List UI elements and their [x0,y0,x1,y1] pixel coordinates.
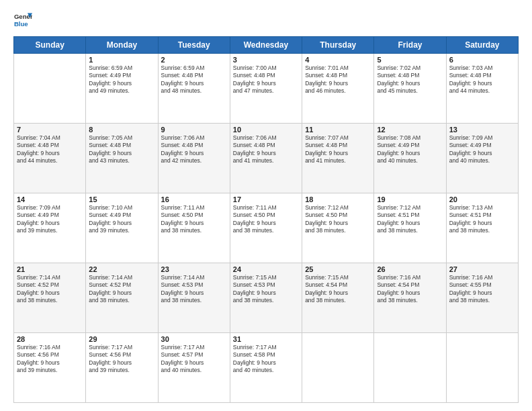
day-number: 17 [233,195,299,203]
cell-info: Sunrise: 7:06 AMSunset: 4:48 PMDaylight:… [233,134,299,165]
calendar-cell: 12Sunrise: 7:08 AMSunset: 4:49 PMDayligh… [374,124,446,193]
day-number: 25 [305,265,371,273]
calendar-cell: 21Sunrise: 7:14 AMSunset: 4:52 PMDayligh… [14,263,86,333]
calendar-cell: 30Sunrise: 7:17 AMSunset: 4:57 PMDayligh… [158,333,230,403]
calendar-cell: 27Sunrise: 7:16 AMSunset: 4:55 PMDayligh… [446,263,518,333]
calendar-cell: 18Sunrise: 7:12 AMSunset: 4:50 PMDayligh… [302,193,374,263]
cell-info: Sunrise: 7:07 AMSunset: 4:48 PMDaylight:… [305,134,371,165]
logo-icon: General Blue [13,11,32,30]
calendar-cell: 10Sunrise: 7:06 AMSunset: 4:48 PMDayligh… [230,124,302,193]
cell-info: Sunrise: 7:14 AMSunset: 4:52 PMDaylight:… [17,274,83,305]
weekday-monday: Monday [86,37,158,54]
cell-info: Sunrise: 7:12 AMSunset: 4:51 PMDaylight:… [377,204,443,235]
day-number: 31 [233,335,299,343]
calendar-cell: 25Sunrise: 7:15 AMSunset: 4:54 PMDayligh… [302,263,374,333]
calendar-cell: 13Sunrise: 7:09 AMSunset: 4:49 PMDayligh… [446,124,518,193]
page: General Blue SundayMondayTuesdayWednesda… [0,0,532,411]
week-row-5: 28Sunrise: 7:16 AMSunset: 4:56 PMDayligh… [14,333,519,403]
day-number: 29 [89,335,154,343]
cell-info: Sunrise: 7:14 AMSunset: 4:53 PMDaylight:… [161,274,227,305]
day-number: 5 [377,56,443,64]
day-number: 18 [305,195,371,203]
cell-info: Sunrise: 7:09 AMSunset: 4:49 PMDaylight:… [449,134,515,165]
calendar-cell: 19Sunrise: 7:12 AMSunset: 4:51 PMDayligh… [374,193,446,263]
calendar-cell: 15Sunrise: 7:10 AMSunset: 4:49 PMDayligh… [86,193,158,263]
calendar-cell: 7Sunrise: 7:04 AMSunset: 4:48 PMDaylight… [14,124,86,193]
calendar-cell: 17Sunrise: 7:11 AMSunset: 4:50 PMDayligh… [230,193,302,263]
day-number: 6 [449,56,515,64]
day-number: 16 [161,195,227,203]
cell-info: Sunrise: 7:06 AMSunset: 4:48 PMDaylight:… [161,134,227,165]
day-number: 11 [305,126,371,134]
cell-info: Sunrise: 7:16 AMSunset: 4:56 PMDaylight:… [17,344,83,375]
header: General Blue [13,11,519,30]
day-number: 26 [377,265,443,273]
svg-text:Blue: Blue [14,20,28,28]
calendar-cell: 16Sunrise: 7:11 AMSunset: 4:50 PMDayligh… [158,193,230,263]
calendar-cell [302,333,374,403]
cell-info: Sunrise: 7:17 AMSunset: 4:57 PMDaylight:… [161,344,227,375]
day-number: 24 [233,265,299,273]
day-number: 22 [89,265,154,273]
calendar-cell: 4Sunrise: 7:01 AMSunset: 4:48 PMDaylight… [302,54,374,124]
calendar-cell: 29Sunrise: 7:17 AMSunset: 4:56 PMDayligh… [86,333,158,403]
weekday-wednesday: Wednesday [230,37,302,54]
cell-info: Sunrise: 7:13 AMSunset: 4:51 PMDaylight:… [449,204,515,235]
day-number: 4 [305,56,371,64]
day-number: 27 [449,265,515,273]
cell-info: Sunrise: 7:02 AMSunset: 4:48 PMDaylight:… [377,64,443,95]
day-number: 14 [17,195,83,203]
calendar-cell: 26Sunrise: 7:16 AMSunset: 4:54 PMDayligh… [374,263,446,333]
calendar-cell: 8Sunrise: 7:05 AMSunset: 4:48 PMDaylight… [86,124,158,193]
day-number: 13 [449,126,515,134]
cell-info: Sunrise: 7:10 AMSunset: 4:49 PMDaylight:… [89,204,154,235]
logo: General Blue [13,11,32,30]
calendar-cell: 6Sunrise: 7:03 AMSunset: 4:48 PMDaylight… [446,54,518,124]
cell-info: Sunrise: 7:03 AMSunset: 4:48 PMDaylight:… [449,64,515,95]
day-number: 1 [89,56,154,64]
calendar-cell: 14Sunrise: 7:09 AMSunset: 4:49 PMDayligh… [14,193,86,263]
day-number: 3 [233,56,299,64]
cell-info: Sunrise: 7:16 AMSunset: 4:54 PMDaylight:… [377,274,443,305]
calendar-cell: 31Sunrise: 7:17 AMSunset: 4:58 PMDayligh… [230,333,302,403]
day-number: 20 [449,195,515,203]
cell-info: Sunrise: 7:01 AMSunset: 4:48 PMDaylight:… [305,64,371,95]
calendar-cell: 1Sunrise: 6:59 AMSunset: 4:49 PMDaylight… [86,54,158,124]
day-number: 2 [161,56,227,64]
day-number: 28 [17,335,83,343]
calendar-cell: 3Sunrise: 7:00 AMSunset: 4:48 PMDaylight… [230,54,302,124]
cell-info: Sunrise: 7:05 AMSunset: 4:48 PMDaylight:… [89,134,154,165]
calendar-cell: 22Sunrise: 7:14 AMSunset: 4:52 PMDayligh… [86,263,158,333]
cell-info: Sunrise: 7:17 AMSunset: 4:56 PMDaylight:… [89,344,154,375]
cell-info: Sunrise: 7:09 AMSunset: 4:49 PMDaylight:… [17,204,83,235]
calendar-cell: 11Sunrise: 7:07 AMSunset: 4:48 PMDayligh… [302,124,374,193]
cell-info: Sunrise: 7:17 AMSunset: 4:58 PMDaylight:… [233,344,299,375]
calendar-cell [374,333,446,403]
cell-info: Sunrise: 7:15 AMSunset: 4:54 PMDaylight:… [305,274,371,305]
day-number: 7 [17,126,83,134]
day-number: 8 [89,126,154,134]
day-number: 30 [161,335,227,343]
cell-info: Sunrise: 7:15 AMSunset: 4:53 PMDaylight:… [233,274,299,305]
calendar-cell: 20Sunrise: 7:13 AMSunset: 4:51 PMDayligh… [446,193,518,263]
week-row-2: 7Sunrise: 7:04 AMSunset: 4:48 PMDaylight… [14,124,519,193]
calendar-cell: 2Sunrise: 6:59 AMSunset: 4:48 PMDaylight… [158,54,230,124]
calendar-table: SundayMondayTuesdayWednesdayThursdayFrid… [13,36,519,403]
cell-info: Sunrise: 7:11 AMSunset: 4:50 PMDaylight:… [161,204,227,235]
cell-info: Sunrise: 7:11 AMSunset: 4:50 PMDaylight:… [233,204,299,235]
cell-info: Sunrise: 7:00 AMSunset: 4:48 PMDaylight:… [233,64,299,95]
calendar-cell: 28Sunrise: 7:16 AMSunset: 4:56 PMDayligh… [14,333,86,403]
weekday-thursday: Thursday [302,37,374,54]
cell-info: Sunrise: 6:59 AMSunset: 4:49 PMDaylight:… [89,64,154,95]
calendar-cell: 9Sunrise: 7:06 AMSunset: 4:48 PMDaylight… [158,124,230,193]
weekday-saturday: Saturday [446,37,518,54]
calendar-cell [446,333,518,403]
day-number: 15 [89,195,154,203]
calendar-cell: 24Sunrise: 7:15 AMSunset: 4:53 PMDayligh… [230,263,302,333]
day-number: 21 [17,265,83,273]
cell-info: Sunrise: 6:59 AMSunset: 4:48 PMDaylight:… [161,64,227,95]
calendar-body: 1Sunrise: 6:59 AMSunset: 4:49 PMDaylight… [14,54,519,403]
cell-info: Sunrise: 7:14 AMSunset: 4:52 PMDaylight:… [89,274,154,305]
week-row-1: 1Sunrise: 6:59 AMSunset: 4:49 PMDaylight… [14,54,519,124]
week-row-4: 21Sunrise: 7:14 AMSunset: 4:52 PMDayligh… [14,263,519,333]
